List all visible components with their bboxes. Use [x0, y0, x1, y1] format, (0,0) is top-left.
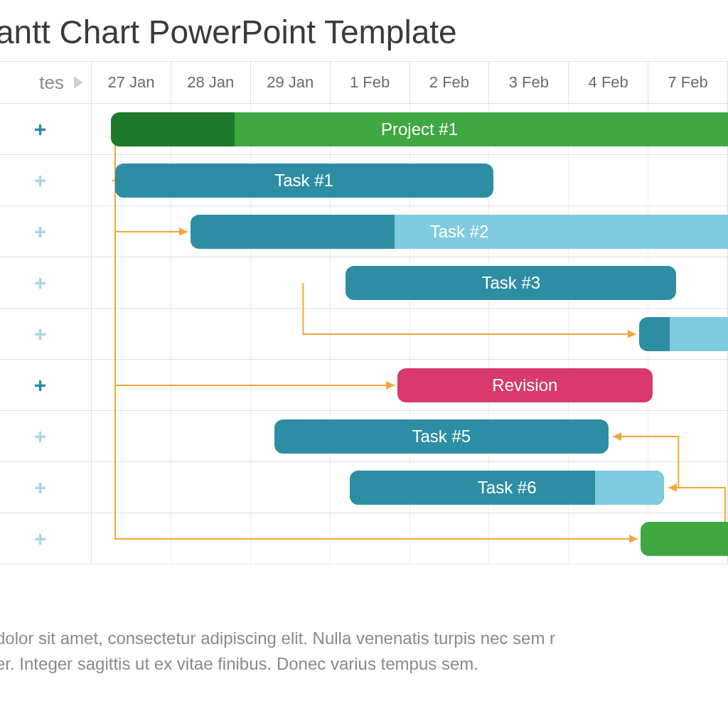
page-title: antt Chart PowerPoint Template	[0, 0, 728, 61]
date-cell: 28 Jan	[171, 62, 251, 103]
row-left-cell: +	[0, 513, 92, 564]
footer-text: dolor sit amet, consectetur adipiscing e…	[0, 626, 721, 677]
gantt-grid: +++++++++	[0, 104, 728, 564]
date-cell: 4 Feb	[569, 62, 648, 103]
plus-icon[interactable]: +	[34, 221, 47, 242]
gantt-row: +	[0, 309, 727, 360]
row-left-cell: +	[0, 104, 92, 154]
date-cell: 29 Jan	[251, 62, 331, 103]
date-cell: 3 Feb	[489, 62, 569, 103]
date-cell: 27 Jan	[92, 62, 171, 103]
gantt-chart: tes 27 Jan28 Jan29 Jan1 Feb2 Feb3 Feb4 F…	[0, 61, 728, 564]
row-left-cell: +	[0, 411, 92, 461]
plus-icon[interactable]: +	[34, 272, 47, 294]
gantt-row: +	[0, 257, 727, 309]
gantt-row: +	[0, 155, 727, 206]
gantt-row: +	[0, 360, 727, 411]
gantt-header-left-label: tes	[39, 72, 64, 94]
plus-icon[interactable]: +	[34, 528, 47, 550]
footer-line-2: er. Integer sagittis ut ex vitae finibus…	[0, 654, 478, 673]
row-left-cell: +	[0, 155, 92, 205]
gantt-row: +	[0, 462, 727, 513]
footer-line-1: dolor sit amet, consectetur adipiscing e…	[0, 628, 555, 648]
row-left-cell: +	[0, 462, 92, 513]
row-left-cell: +	[0, 257, 92, 308]
row-left-cell: +	[0, 309, 92, 359]
gantt-date-axis: 27 Jan28 Jan29 Jan1 Feb2 Feb3 Feb4 Feb7 …	[92, 62, 727, 103]
gantt-row: +	[0, 104, 727, 155]
row-left-cell: +	[0, 206, 92, 257]
date-cell: 1 Feb	[331, 62, 410, 103]
gantt-row: +	[0, 411, 727, 462]
plus-icon[interactable]: +	[34, 170, 47, 191]
plus-icon[interactable]: +	[34, 119, 47, 140]
date-cell: 7 Feb	[648, 62, 727, 103]
plus-icon[interactable]: +	[34, 375, 47, 396]
plus-icon[interactable]: +	[34, 426, 47, 447]
gantt-row: +	[0, 513, 727, 564]
gantt-row: +	[0, 206, 727, 257]
plus-icon[interactable]: +	[34, 323, 47, 345]
date-cell: 2 Feb	[410, 62, 490, 103]
row-left-cell: +	[0, 360, 92, 410]
plus-icon[interactable]: +	[34, 477, 47, 498]
gantt-header-left: tes	[0, 62, 92, 103]
gantt-header: tes 27 Jan28 Jan29 Jan1 Feb2 Feb3 Feb4 F…	[0, 61, 728, 104]
chevron-right-icon[interactable]	[74, 76, 82, 89]
